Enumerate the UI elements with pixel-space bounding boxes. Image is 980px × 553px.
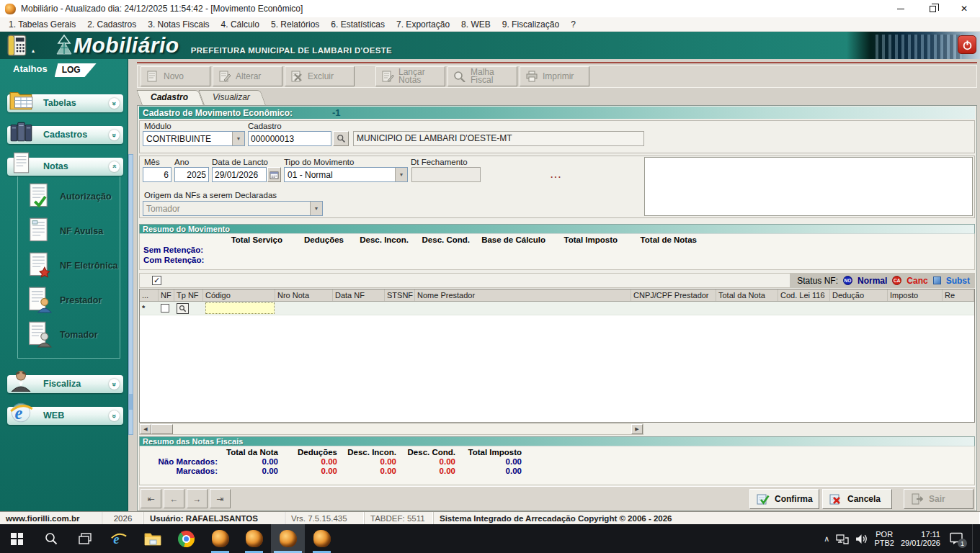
- imprimir-button[interactable]: Imprimir: [520, 66, 589, 86]
- grid-col-re[interactable]: Re: [943, 289, 974, 301]
- taskbar-fiorilli-app-4[interactable]: [305, 524, 339, 553]
- dt-fechamento-input[interactable]: [411, 167, 481, 182]
- nav-next-button[interactable]: →: [187, 489, 208, 508]
- grid-col-dots[interactable]: ...: [140, 289, 159, 301]
- menu-help[interactable]: ?: [565, 18, 582, 31]
- tab-cadastro[interactable]: Cadastro: [142, 90, 204, 105]
- origem-select[interactable]: Tomador ▼: [143, 201, 323, 216]
- grid-hscrollbar[interactable]: ◀ ▶: [139, 423, 643, 435]
- taskbar-search-button[interactable]: [34, 524, 68, 553]
- nav-previous-button[interactable]: ←: [164, 489, 184, 508]
- fiscaliza-expand-chevron-icon[interactable]: »: [109, 379, 120, 390]
- calendar-button[interactable]: [267, 167, 281, 182]
- sidebar-item-notas[interactable]: Notas »: [7, 158, 123, 176]
- menu-cadastros[interactable]: 2. Cadastros: [81, 18, 142, 31]
- sidebar-item-cadastros[interactable]: Cadastros »: [7, 126, 123, 144]
- start-button[interactable]: [0, 524, 34, 553]
- clock[interactable]: 17:11 29/01/2026: [901, 530, 940, 547]
- menu-notas-fiscais[interactable]: 3. Notas Fiscais: [142, 18, 215, 31]
- grid-col-data-nf[interactable]: Data NF: [333, 289, 385, 301]
- nav-first-button[interactable]: ⇤: [141, 489, 161, 508]
- origem-dropdown-arrow-icon[interactable]: ▼: [310, 202, 322, 215]
- data-lancto-input[interactable]: [212, 167, 267, 182]
- scroll-left-button[interactable]: ◀: [140, 424, 151, 434]
- grid-empty-area[interactable]: [140, 315, 974, 422]
- scroll-thumb[interactable]: [151, 424, 173, 434]
- taskbar-fiorilli-app-3-active[interactable]: [271, 524, 305, 553]
- sidebar-item-tomador[interactable]: Tomador: [18, 318, 120, 352]
- sidebar-item-web[interactable]: e WEB »: [7, 407, 123, 425]
- grid-col-tpnf[interactable]: Tp NF: [174, 289, 203, 301]
- observacao-memo-box[interactable]: [644, 157, 973, 216]
- grid-col-nro-nota[interactable]: Nro Nota: [275, 289, 333, 301]
- taskbar-chrome-button[interactable]: [169, 524, 203, 553]
- sidebar-item-fiscaliza[interactable]: Fiscaliza »: [7, 375, 123, 393]
- select-all-checkbox[interactable]: ✓: [152, 276, 161, 285]
- close-button[interactable]: ✕: [948, 0, 980, 17]
- menu-web[interactable]: 8. WEB: [455, 18, 496, 31]
- sidebar-item-nf-avulsa[interactable]: NF Avulsa: [18, 214, 120, 248]
- nav-last-button[interactable]: ⇥: [210, 489, 231, 508]
- malha-fiscal-button[interactable]: Malha Fiscal: [447, 66, 517, 86]
- grid-col-stsnf[interactable]: STSNF: [385, 289, 415, 301]
- web-expand-chevron-icon[interactable]: »: [109, 410, 120, 421]
- minimize-button[interactable]: [885, 0, 917, 17]
- sidebar-item-prestador[interactable]: Prestador: [18, 283, 120, 318]
- tipo-dropdown-arrow-icon[interactable]: ▼: [395, 168, 407, 181]
- sidebar-item-tabelas[interactable]: Tabelas »: [7, 94, 123, 112]
- grid-col-cnpj-prestador[interactable]: CNPJ/CPF Prestador: [631, 289, 716, 301]
- scroll-track[interactable]: [173, 424, 631, 434]
- action-center-button[interactable]: 1: [947, 529, 966, 548]
- mes-input[interactable]: [143, 167, 172, 182]
- menu-exportacao[interactable]: 7. Exportação: [391, 18, 455, 31]
- tab-visualizar[interactable]: Visualizar: [204, 90, 266, 105]
- speaker-icon[interactable]: [855, 534, 868, 544]
- tab-log[interactable]: LOG: [55, 63, 97, 77]
- show-desktop-button[interactable]: [972, 524, 976, 553]
- network-icon[interactable]: [836, 534, 849, 544]
- taskbar-explorer-button[interactable]: [135, 524, 169, 553]
- menu-relatorios[interactable]: 5. Relatórios: [265, 18, 325, 31]
- tipo-movimento-select[interactable]: 01 - Normal ▼: [284, 167, 408, 182]
- taskbar-fiorilli-app-1[interactable]: [203, 524, 237, 553]
- language-indicator[interactable]: POR PTB2: [874, 530, 894, 547]
- notas-collapse-chevron-icon[interactable]: »: [109, 161, 120, 172]
- grid-col-codigo[interactable]: Código: [203, 289, 275, 301]
- modulo-dropdown-arrow-icon[interactable]: ▼: [232, 132, 244, 145]
- panel-splitter[interactable]: [128, 59, 133, 511]
- cadastros-expand-chevron-icon[interactable]: »: [109, 130, 120, 140]
- row-search-button[interactable]: [177, 303, 189, 314]
- cadastro-search-button[interactable]: [333, 131, 349, 146]
- lancar-notas-button[interactable]: Lançar Notas: [375, 66, 445, 86]
- scroll-right-button[interactable]: ▶: [631, 424, 643, 434]
- grid-col-total-nota[interactable]: Total da Nota: [716, 289, 778, 301]
- row-checkbox[interactable]: [161, 304, 169, 313]
- codigo-edit-cell[interactable]: [205, 302, 275, 314]
- taskbar-fiorilli-app-2[interactable]: [237, 524, 271, 553]
- menu-tabelas-gerais[interactable]: 1. Tabelas Gerais: [3, 18, 81, 31]
- restore-button[interactable]: [917, 0, 948, 17]
- menu-estatisticas[interactable]: 6. Estatísticas: [325, 18, 391, 31]
- tabelas-expand-chevron-icon[interactable]: »: [109, 98, 120, 109]
- grid-col-nome-prestador[interactable]: Nome Prestador: [415, 289, 631, 301]
- grid-col-cod-lei[interactable]: Cod. Lei 116: [778, 289, 830, 301]
- splitter-handle[interactable]: [128, 154, 133, 435]
- tray-overflow-chevron-icon[interactable]: ∧: [824, 534, 829, 544]
- sidebar-item-nf-eletronica[interactable]: NF Eletrônica: [18, 248, 120, 283]
- power-exit-button[interactable]: [958, 35, 976, 54]
- modulo-select[interactable]: CONTRIBUINTE ▼: [143, 131, 245, 146]
- excluir-button[interactable]: Excluir: [285, 66, 355, 86]
- sidebar-item-autorizacao[interactable]: Autorização: [18, 179, 120, 214]
- grid-col-nf[interactable]: NF: [159, 289, 174, 301]
- grid-col-imposto[interactable]: Imposto: [888, 289, 943, 301]
- taskbar-ie-button[interactable]: e: [102, 524, 135, 553]
- sair-button[interactable]: Sair: [904, 489, 974, 509]
- grid-col-deducao[interactable]: Dedução: [830, 289, 888, 301]
- more-options-dots[interactable]: ...: [481, 170, 632, 180]
- ano-input[interactable]: [174, 167, 209, 182]
- menu-calculo[interactable]: 4. Cálculo: [215, 18, 265, 31]
- novo-button[interactable]: Novo: [141, 66, 210, 86]
- confirma-button[interactable]: Confirma: [749, 489, 819, 509]
- cadastro-input[interactable]: [248, 131, 331, 146]
- menu-fiscalizacao[interactable]: 9. Fiscalização: [496, 18, 565, 31]
